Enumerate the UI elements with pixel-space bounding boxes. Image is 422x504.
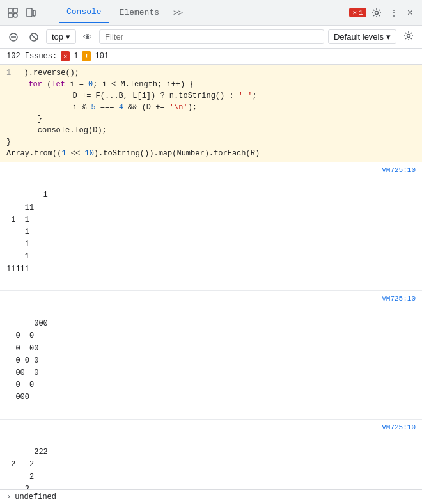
tab-elements[interactable]: Elements (112, 3, 167, 22)
issues-label: 102 Issues: (6, 52, 57, 61)
code-block: 1 ).reverse(); for (let i = 0; i < M.len… (0, 65, 422, 162)
default-levels-dropdown[interactable]: Default levels ▾ (328, 29, 396, 44)
bottom-bar: › undefined (0, 489, 422, 504)
output-content-1: 1 11 1 1 1 1 1 11111 (6, 191, 48, 273)
issues-error-icon: ✕ (61, 51, 70, 61)
context-dropdown[interactable]: top ▾ (46, 29, 76, 44)
context-dropdown-label: top (52, 32, 63, 42)
clear-console-btn[interactable] (5, 30, 22, 44)
tab-console[interactable]: Console (59, 2, 109, 23)
tabs-overflow-btn[interactable]: >> (169, 5, 187, 20)
issues-warn-icon: ! (82, 51, 91, 61)
svg-point-11 (407, 35, 410, 38)
issues-bar: 102 Issues: ✕ 1 ! 101 (0, 49, 422, 65)
tab-bar: Console Elements >> ✕ 1 ⋮ × (0, 0, 422, 26)
vm-link-3[interactable]: VM725:10 (382, 422, 416, 434)
svg-rect-4 (27, 8, 32, 17)
levels-chevron-icon: ▾ (386, 32, 391, 42)
error-badge: ✕ 1 (349, 8, 366, 17)
eye-icon[interactable]: 👁 (80, 30, 95, 44)
ban-btn[interactable] (26, 30, 42, 44)
console-settings-icon[interactable] (400, 29, 417, 45)
chevron-down-icon: ▾ (66, 32, 70, 42)
svg-point-3 (13, 13, 17, 17)
output-block-3: VM725:10 222 2 2 2 2 2 2 22222 (0, 420, 422, 489)
default-levels-label: Default levels (334, 32, 384, 42)
filter-input[interactable] (99, 29, 324, 44)
more-menu-icon[interactable]: ⋮ (387, 5, 401, 20)
console-output[interactable]: 1 ).reverse(); for (let i = 0; i < M.len… (0, 65, 422, 489)
vm-link-2[interactable]: VM725:10 (382, 294, 416, 305)
close-btn[interactable]: × (403, 6, 417, 20)
issues-warn-count: 101 (95, 52, 109, 61)
error-icon-x: ✕ (352, 8, 357, 17)
output-block-1: VM725:10 1 11 1 1 1 1 1 11111 (0, 162, 422, 291)
device-toolbar-icon[interactable] (23, 5, 38, 20)
vm-link-1[interactable]: VM725:10 (382, 165, 416, 177)
undefined-label: undefined (15, 492, 56, 501)
svg-rect-0 (8, 8, 12, 12)
svg-rect-5 (33, 10, 35, 16)
cursor-icon: › (6, 492, 11, 501)
devtools-icon[interactable] (5, 5, 20, 20)
svg-point-6 (375, 11, 378, 14)
tab-console-spacer (41, 8, 56, 18)
console-toolbar: top ▾ 👁 Default levels ▾ (0, 26, 422, 49)
svg-rect-1 (13, 8, 17, 12)
output-block-2: VM725:10 000 0 0 0 00 0 0 0 00 0 0 0 000 (0, 291, 422, 420)
issues-error-count: 1 (74, 52, 78, 61)
output-content-3: 222 2 2 2 2 2 2 22222 (6, 448, 48, 489)
output-content-2: 000 0 0 0 00 0 0 0 00 0 0 0 000 (6, 319, 48, 402)
error-count: 1 (359, 9, 363, 17)
settings-icon[interactable] (369, 5, 384, 20)
svg-rect-2 (8, 13, 12, 17)
svg-line-10 (31, 34, 37, 40)
